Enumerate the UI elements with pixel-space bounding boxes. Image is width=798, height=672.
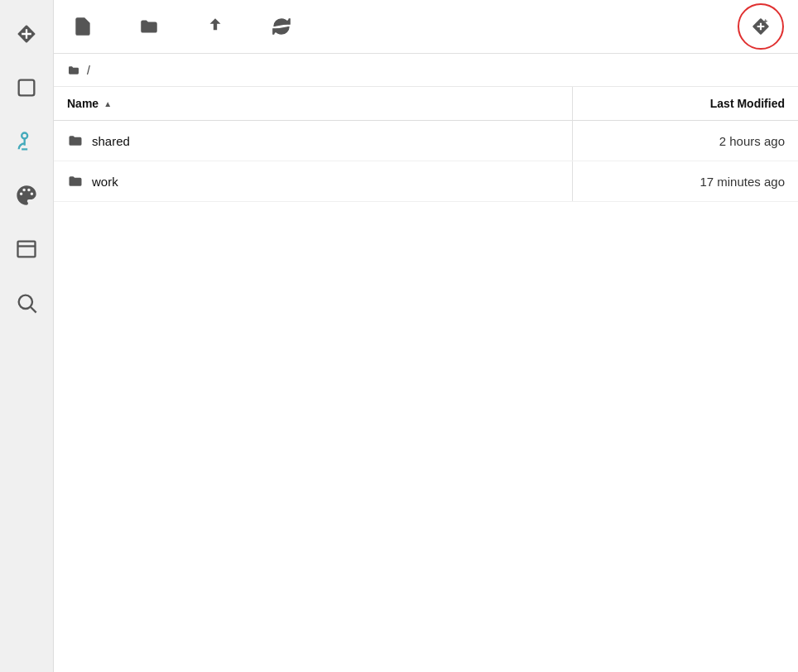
add-folder-button[interactable]	[128, 9, 170, 44]
file-modified-cell: 17 minutes ago	[573, 163, 798, 200]
table-row[interactable]: work 17 minutes ago	[54, 161, 798, 202]
breadcrumb: /	[54, 54, 798, 87]
svg-point-3	[19, 295, 32, 308]
file-modified-cell: 2 hours ago	[573, 122, 798, 160]
refresh-button[interactable]	[261, 9, 302, 44]
table-row[interactable]: shared 2 hours ago	[54, 121, 798, 161]
file-name-cell: work	[54, 161, 573, 201]
palette-icon	[15, 184, 38, 207]
sidebar-item-palette[interactable]	[0, 168, 53, 222]
microscope-icon	[15, 130, 38, 153]
sidebar	[0, 0, 54, 672]
toolbar: +	[54, 0, 798, 54]
sidebar-item-git[interactable]	[0, 7, 53, 60]
git-commit-icon: +	[750, 16, 772, 37]
sidebar-item-microscope[interactable]	[0, 114, 53, 168]
column-modified[interactable]: Last Modified	[573, 87, 798, 120]
upload-button[interactable]	[195, 9, 236, 44]
column-name[interactable]: Name ▲	[54, 87, 573, 120]
sidebar-item-search[interactable]	[0, 276, 53, 329]
table-header: Name ▲ Last Modified	[54, 87, 798, 121]
add-file-button[interactable]	[62, 9, 103, 44]
file-table: Name ▲ Last Modified shared 2 hours ago	[54, 87, 798, 672]
search-icon	[15, 291, 38, 314]
stop-icon	[15, 76, 38, 99]
refresh-icon	[271, 16, 292, 37]
folder-icon	[67, 132, 84, 149]
upload-icon	[204, 16, 226, 37]
sidebar-item-stop[interactable]	[0, 60, 53, 114]
svg-line-4	[31, 307, 36, 312]
sidebar-item-folder[interactable]	[0, 222, 53, 276]
svg-point-1	[22, 132, 27, 138]
svg-rect-2	[18, 241, 36, 257]
folder-page-icon	[15, 238, 38, 261]
sort-arrow-icon: ▲	[103, 99, 112, 108]
breadcrumb-path: /	[87, 64, 90, 77]
main-panel: + / Name ▲ Last Modified share	[54, 0, 798, 672]
add-file-icon	[72, 16, 94, 37]
folder-icon	[67, 173, 84, 190]
svg-text:+: +	[763, 17, 767, 26]
svg-rect-0	[19, 79, 35, 95]
add-folder-icon	[138, 16, 160, 37]
breadcrumb-folder-icon	[67, 64, 80, 77]
file-name-cell: shared	[54, 121, 573, 161]
git-icon	[15, 22, 38, 46]
git-commit-button[interactable]: +	[740, 9, 781, 44]
